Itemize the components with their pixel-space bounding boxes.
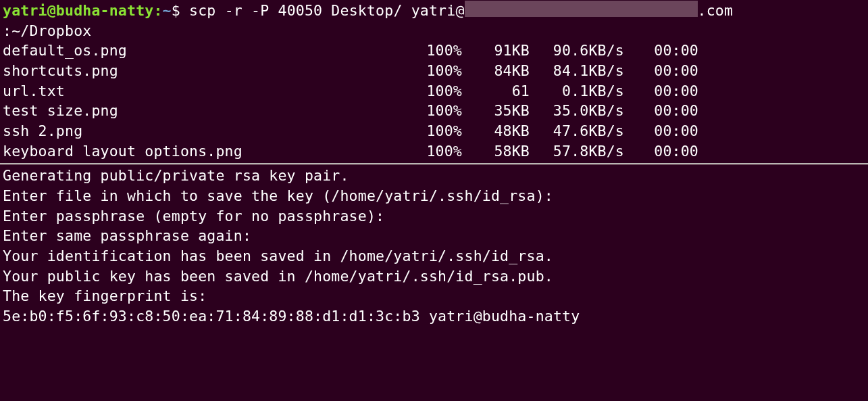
transfer-file-name: url.txt xyxy=(3,81,408,101)
command-suffix: .com xyxy=(698,1,734,21)
transfer-eta: 00:00 xyxy=(624,61,698,81)
transfer-row: url.txt100%610.1KB/s00:00 xyxy=(3,81,865,101)
transfer-file-name: shortcuts.png xyxy=(3,61,408,81)
command-continuation: :~/Dropbox xyxy=(3,21,865,41)
terminal-pane-top[interactable]: yatri@budha-natty:~$ scp -r -P 40050 Des… xyxy=(0,0,868,163)
transfer-size: 84KB xyxy=(462,61,530,81)
output-line: Enter same passphrase again: xyxy=(3,226,865,246)
transfer-eta: 00:00 xyxy=(624,81,698,101)
terminal-pane-bottom[interactable]: Generating public/private rsa key pair.E… xyxy=(0,165,868,328)
transfer-rate: 47.6KB/s xyxy=(530,121,624,141)
output-line: Your public key has been saved in /home/… xyxy=(3,266,865,287)
redacted-hostname xyxy=(465,1,698,17)
transfer-row: ssh 2.png100%48KB47.6KB/s00:00 xyxy=(3,121,865,141)
transfer-percent: 100% xyxy=(408,121,462,141)
transfer-file-name: default_os.png xyxy=(3,41,408,61)
transfer-size: 58KB xyxy=(462,141,530,162)
transfer-rate: 0.1KB/s xyxy=(530,81,624,101)
transfer-row: test size.png100%35KB35.0KB/s00:00 xyxy=(3,101,865,121)
prompt-dollar: $ xyxy=(172,1,189,21)
prompt-cwd: ~ xyxy=(163,1,172,21)
transfer-row: keyboard layout options.png100%58KB57.8K… xyxy=(3,141,865,162)
transfer-percent: 100% xyxy=(408,141,462,162)
transfer-file-name: test size.png xyxy=(3,101,408,121)
output-line: Generating public/private rsa key pair. xyxy=(3,166,865,186)
prompt-colon: : xyxy=(153,1,162,21)
transfer-size: 35KB xyxy=(462,101,530,121)
transfer-percent: 100% xyxy=(408,101,462,121)
transfer-percent: 100% xyxy=(408,61,462,81)
command-text: scp -r -P 40050 Desktop/ yatri@ xyxy=(189,1,464,21)
transfer-row: shortcuts.png100%84KB84.1KB/s00:00 xyxy=(3,61,865,81)
ssh-keygen-output: Generating public/private rsa key pair.E… xyxy=(3,166,865,326)
transfer-percent: 100% xyxy=(408,81,462,101)
output-line: Your identification has been saved in /h… xyxy=(3,246,865,266)
transfer-file-name: ssh 2.png xyxy=(3,121,408,141)
output-line: 5e:b0:f5:6f:93:c8:50:ea:71:84:89:88:d1:d… xyxy=(3,306,865,327)
transfer-row: default_os.png100%91KB90.6KB/s00:00 xyxy=(3,41,865,61)
terminal-screenshot: yatri@budha-natty:~$ scp -r -P 40050 Des… xyxy=(0,0,868,401)
transfer-eta: 00:00 xyxy=(624,41,698,61)
transfer-percent: 100% xyxy=(408,41,462,61)
output-line: The key fingerprint is: xyxy=(3,286,865,306)
transfer-rate: 84.1KB/s xyxy=(530,61,624,81)
output-line: Enter passphrase (empty for no passphras… xyxy=(3,206,865,227)
transfer-rate: 90.6KB/s xyxy=(530,41,624,61)
transfer-eta: 00:00 xyxy=(624,121,698,141)
transfer-eta: 00:00 xyxy=(624,141,698,162)
transfer-rate: 35.0KB/s xyxy=(530,101,624,121)
transfer-size: 61 xyxy=(462,81,530,101)
transfer-rate: 57.8KB/s xyxy=(530,141,624,162)
prompt-line: yatri@budha-natty:~$ scp -r -P 40050 Des… xyxy=(3,1,865,21)
transfer-size: 91KB xyxy=(462,41,530,61)
output-line: Enter file in which to save the key (/ho… xyxy=(3,186,865,206)
transfer-eta: 00:00 xyxy=(624,101,698,121)
transfer-size: 48KB xyxy=(462,121,530,141)
scp-transfer-list: default_os.png100%91KB90.6KB/s00:00short… xyxy=(3,41,865,161)
transfer-file-name: keyboard layout options.png xyxy=(3,141,408,162)
prompt-user-host: yatri@budha-natty xyxy=(3,1,153,21)
